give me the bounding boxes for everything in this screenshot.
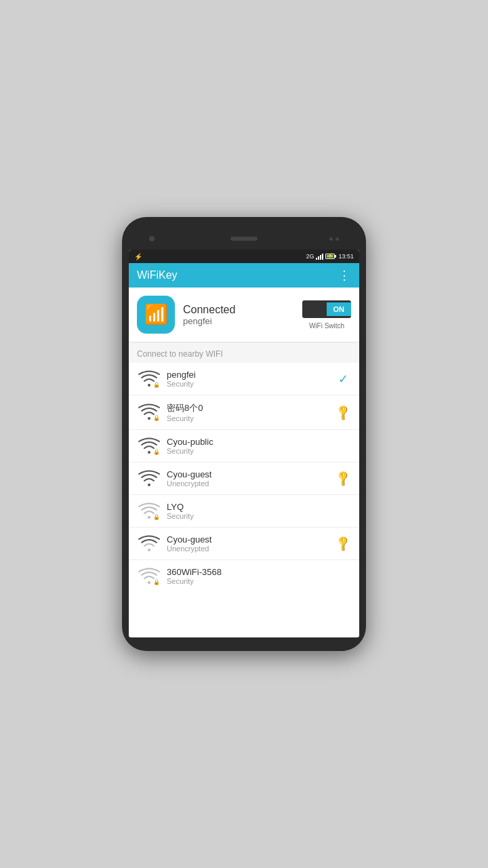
connection-network: pengfei <box>183 316 297 326</box>
svg-point-4 <box>148 516 150 519</box>
wifi-security: Security <box>167 380 335 388</box>
wifi-item-info: 360WiFi-3568 Security <box>161 567 335 585</box>
wifi-toggle-switch[interactable]: ON <box>302 300 351 318</box>
wifi-list: 🔒 pengfei Security ✓ <box>129 363 359 637</box>
nearby-label: Connect to nearby WIFI <box>129 342 359 363</box>
list-item[interactable]: Cyou-guest Unencrypted 🔑 <box>129 462 359 495</box>
phone-screen: ⚡ 2G ⚡ 13:51 <box>129 250 359 637</box>
svg-point-2 <box>148 451 150 454</box>
wifi-security: Unencrypted <box>167 545 335 553</box>
usb-icon: ⚡ <box>134 253 142 260</box>
list-item[interactable]: 🔒 pengfei Security ✓ <box>129 363 359 395</box>
wifi-signal-icon: 🔒 <box>137 370 161 388</box>
svg-point-6 <box>148 581 150 584</box>
clock: 13:51 <box>338 253 354 260</box>
list-item[interactable]: 🔒 密码8个0 Security 🔑 <box>129 395 359 430</box>
wifi-item-info: Cyou-guest Unencrypted <box>161 469 335 488</box>
wifi-security: Security <box>167 447 335 455</box>
wifi-action-check: ✓ <box>335 372 351 387</box>
checkmark-icon: ✓ <box>338 372 348 387</box>
phone-top-bar <box>129 231 359 247</box>
key-green-icon: 🔑 <box>333 534 352 553</box>
list-item[interactable]: 🔒 LYQ Security <box>129 495 359 528</box>
key-green-icon: 🔑 <box>333 469 352 488</box>
wifi-signal-icon: 🔒 <box>137 437 161 455</box>
wifi-signal-icon: 🔒 <box>137 568 161 585</box>
wifi-switch-area: ON WiFi Switch <box>297 300 351 330</box>
wifi-signal-icon: 🔒 <box>137 502 161 520</box>
wifi-security: Security <box>167 577 335 585</box>
lock-icon: 🔒 <box>153 415 160 421</box>
phone-camera <box>149 236 155 241</box>
wifi-item-info: Cyou-public Security <box>161 437 335 455</box>
list-item[interactable]: 🔒 360WiFi-3568 Security <box>129 560 359 592</box>
wifi-item-info: pengfei Security <box>161 370 335 388</box>
svg-point-0 <box>148 384 150 387</box>
wifi-signal-icon <box>137 535 161 553</box>
svg-point-5 <box>148 549 150 551</box>
signal-bars <box>316 253 323 260</box>
battery-icon: ⚡ <box>325 254 336 259</box>
svg-point-1 <box>148 417 150 420</box>
wifi-security: Unencrypted <box>167 479 335 488</box>
lock-icon: 🔒 <box>153 579 160 585</box>
status-left: ⚡ <box>134 253 142 260</box>
wifi-logo-bg: 📶 <box>137 296 175 334</box>
lock-icon: 🔒 <box>153 382 160 388</box>
wifi-signal-icon <box>137 470 161 488</box>
wifi-name: pengfei <box>167 370 335 380</box>
wifi-name: Cyou-public <box>167 437 335 447</box>
wifi-switch-label: WiFi Switch <box>309 322 344 330</box>
menu-button[interactable]: ⋮ <box>338 268 351 283</box>
wifi-name: 密码8个0 <box>167 402 335 414</box>
wifi-action-key-green-2: 🔑 <box>335 537 351 550</box>
status-right: 2G ⚡ 13:51 <box>306 253 354 260</box>
wifi-name: Cyou-guest <box>167 534 335 545</box>
wifi-signal-icon: 🔒 <box>137 403 161 421</box>
app-bar: WiFiKey ⋮ <box>129 263 359 288</box>
connection-card: 📶 Connected pengfei ON WiFi Switch <box>129 288 359 342</box>
lock-icon: 🔒 <box>153 449 160 455</box>
connection-status: Connected <box>183 304 297 316</box>
network-type: 2G <box>306 253 314 260</box>
wifi-action-key-green: 🔑 <box>335 472 351 485</box>
wifi-name: 360WiFi-3568 <box>167 567 335 577</box>
phone-speaker <box>230 237 258 241</box>
list-item[interactable]: 🔒 Cyou-public Security <box>129 430 359 462</box>
lock-icon: 🔒 <box>153 514 160 520</box>
connection-info: Connected pengfei <box>175 304 297 326</box>
wifi-security: Security <box>167 414 335 422</box>
svg-point-3 <box>148 484 150 486</box>
wifi-name: LYQ <box>167 502 335 512</box>
bolt-icon: ⚡ <box>327 253 333 258</box>
status-bar: ⚡ 2G ⚡ 13:51 <box>129 250 359 263</box>
phone-shell: ⚡ 2G ⚡ 13:51 <box>122 217 366 651</box>
list-item[interactable]: Cyou-guest Unencrypted 🔑 <box>129 528 359 560</box>
wifi-item-info: LYQ Security <box>161 502 335 520</box>
wifi-logo-icon: 📶 <box>144 305 168 324</box>
phone-dots <box>329 237 339 241</box>
wifi-name: Cyou-guest <box>167 469 335 479</box>
wifi-item-info: Cyou-guest Unencrypted <box>161 534 335 553</box>
wifi-item-info: 密码8个0 Security <box>161 402 335 422</box>
toggle-on-label: ON <box>327 302 352 316</box>
wifi-action-key: 🔑 <box>335 406 351 419</box>
wifi-security: Security <box>167 512 335 520</box>
screen-content: 📶 Connected pengfei ON WiFi Switch Conne… <box>129 288 359 637</box>
key-icon: 🔑 <box>333 403 352 422</box>
app-title: WiFiKey <box>137 269 178 281</box>
